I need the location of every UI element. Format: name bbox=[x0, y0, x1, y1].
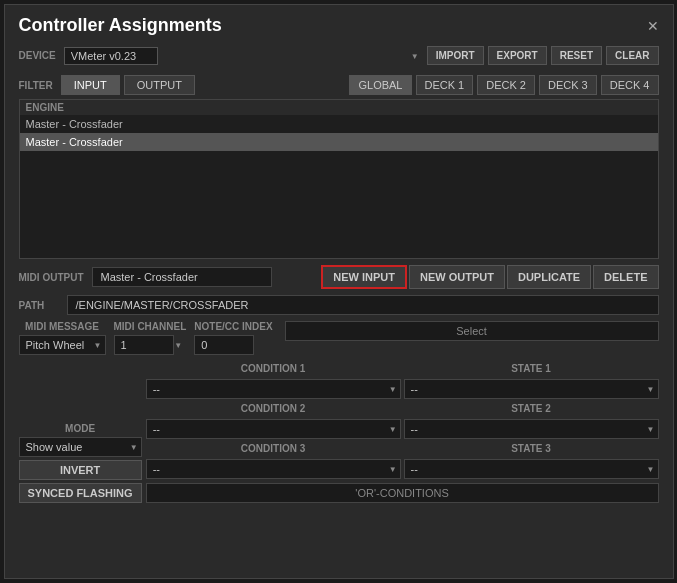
midi-message-select[interactable]: Pitch WheelNote OnNote OffCC bbox=[19, 335, 106, 355]
midi-channel-select[interactable]: 12345678910111213141516 bbox=[114, 335, 174, 355]
state3-select[interactable]: -- bbox=[404, 459, 659, 479]
state2-select[interactable]: -- bbox=[404, 419, 659, 439]
import-button[interactable]: IMPORT bbox=[427, 46, 484, 65]
cond2-select[interactable]: -- bbox=[146, 419, 401, 439]
path-row: PATH /ENGINE/MASTER/CROSSFADER bbox=[5, 293, 673, 317]
midi-message-group: MIDI MESSAGE Pitch WheelNote OnNote OffC… bbox=[19, 321, 106, 355]
device-select-wrapper: VMeter v0.23 bbox=[64, 47, 423, 65]
state3-header: STATE 3 bbox=[404, 441, 659, 456]
cond3-select[interactable]: -- bbox=[146, 459, 401, 479]
note-cc-input[interactable] bbox=[194, 335, 254, 355]
reset-button[interactable]: RESET bbox=[551, 46, 602, 65]
midi-channel-wrapper: 12345678910111213141516 bbox=[114, 335, 187, 355]
midi-params-left: MIDI MESSAGE Pitch WheelNote OnNote OffC… bbox=[19, 321, 273, 355]
cond2-select-wrapper: -- bbox=[146, 419, 401, 439]
left-controls: MODE Show valueToggleHold INVERT SYNCED … bbox=[19, 423, 142, 503]
close-button[interactable]: ✕ bbox=[647, 18, 659, 34]
path-value: /ENGINE/MASTER/CROSSFADER bbox=[67, 295, 659, 315]
filter-bar: FILTER INPUT OUTPUT GLOBAL DECK 1 DECK 2… bbox=[5, 71, 673, 99]
action-buttons: NEW INPUT NEW OUTPUT DUPLICATE DELETE bbox=[321, 265, 658, 289]
path-label: PATH bbox=[19, 300, 59, 311]
invert-button[interactable]: INVERT bbox=[19, 460, 142, 480]
midi-output-section: MIDI OUTPUT NEW INPUT NEW OUTPUT DUPLICA… bbox=[5, 259, 673, 293]
midi-output-label: MIDI OUTPUT bbox=[19, 272, 84, 283]
right-panel: Select bbox=[285, 321, 659, 341]
filter-deck4-button[interactable]: DECK 4 bbox=[601, 75, 659, 95]
state2-header: STATE 2 bbox=[404, 401, 659, 416]
cond3-label: CONDITION 3 bbox=[146, 441, 401, 456]
state1-select[interactable]: -- bbox=[404, 379, 659, 399]
state2-select-wrapper: -- bbox=[404, 419, 659, 439]
list-item-selected[interactable]: Master - Crossfader bbox=[20, 133, 658, 151]
conditions-panel: CONDITION 1 STATE 1 -- -- bbox=[146, 361, 659, 503]
filter-input-button[interactable]: INPUT bbox=[61, 75, 120, 95]
export-button[interactable]: EXPORT bbox=[488, 46, 547, 65]
midi-output-input[interactable] bbox=[92, 267, 272, 287]
conditions-row2: CONDITION 2 STATE 2 -- -- bbox=[146, 401, 659, 439]
condition2-header: CONDITION 2 bbox=[146, 401, 401, 416]
params-row: MIDI MESSAGE Pitch WheelNote OnNote OffC… bbox=[5, 317, 673, 359]
dialog-title: Controller Assignments bbox=[19, 15, 222, 36]
filter-deck1-button[interactable]: DECK 1 bbox=[416, 75, 474, 95]
state1-select-wrapper: -- bbox=[404, 379, 659, 399]
toolbar: DEVICE VMeter v0.23 IMPORT EXPORT RESET … bbox=[5, 42, 673, 71]
title-bar: Controller Assignments ✕ bbox=[5, 5, 673, 42]
cond1-select[interactable]: -- bbox=[146, 379, 401, 399]
filter-global-button[interactable]: GLOBAL bbox=[349, 75, 411, 95]
midi-message-label: MIDI MESSAGE bbox=[19, 321, 106, 332]
list-item[interactable]: Master - Crossfader bbox=[20, 115, 658, 133]
clear-button[interactable]: CLEAR bbox=[606, 46, 658, 65]
state3-select-wrapper: -- bbox=[404, 459, 659, 479]
midi-channel-label: MIDI CHANNEL bbox=[114, 321, 187, 332]
device-label: DEVICE bbox=[19, 50, 56, 61]
select-bar[interactable]: Select bbox=[285, 321, 659, 341]
state3-label: STATE 3 bbox=[404, 441, 659, 456]
or-conditions-bar[interactable]: 'OR'-CONDITIONS bbox=[146, 483, 659, 503]
cond3-select-wrapper: -- bbox=[146, 459, 401, 479]
cond1-label: CONDITION 1 bbox=[146, 361, 401, 376]
cond1-select-wrapper: -- bbox=[146, 379, 401, 399]
filter-label: FILTER bbox=[19, 80, 53, 91]
midi-message-wrapper: Pitch WheelNote OnNote OffCC bbox=[19, 335, 106, 355]
filter-deck3-button[interactable]: DECK 3 bbox=[539, 75, 597, 95]
midi-params-labels: MIDI MESSAGE Pitch WheelNote OnNote OffC… bbox=[19, 321, 273, 355]
bottom-row: MODE Show valueToggleHold INVERT SYNCED … bbox=[5, 359, 673, 507]
delete-button[interactable]: DELETE bbox=[593, 265, 658, 289]
new-output-button[interactable]: NEW OUTPUT bbox=[409, 265, 505, 289]
synced-flashing-button[interactable]: SYNCED FLASHING bbox=[19, 483, 142, 503]
filter-output-button[interactable]: OUTPUT bbox=[124, 75, 195, 95]
device-select[interactable]: VMeter v0.23 bbox=[64, 47, 158, 65]
duplicate-button[interactable]: DUPLICATE bbox=[507, 265, 591, 289]
controller-assignments-dialog: Controller Assignments ✕ DEVICE VMeter v… bbox=[4, 4, 674, 579]
note-cc-group: NOTE/CC INDEX bbox=[194, 321, 272, 355]
new-input-button[interactable]: NEW INPUT bbox=[321, 265, 407, 289]
condition3-header: CONDITION 3 bbox=[146, 441, 401, 456]
assignment-list[interactable]: ENGINE Master - Crossfader Master - Cros… bbox=[19, 99, 659, 259]
mode-select[interactable]: Show valueToggleHold bbox=[19, 437, 142, 457]
condition1-header: CONDITION 1 bbox=[146, 361, 401, 376]
conditions-row3: CONDITION 3 STATE 3 -- -- bbox=[146, 441, 659, 479]
state1-header: STATE 1 bbox=[404, 361, 659, 376]
mode-label: MODE bbox=[19, 423, 142, 434]
cond2-label: CONDITION 2 bbox=[146, 401, 401, 416]
state2-label: STATE 2 bbox=[404, 401, 659, 416]
mode-select-wrapper: Show valueToggleHold bbox=[19, 437, 142, 457]
group-header-engine: ENGINE bbox=[20, 100, 658, 115]
midi-channel-group: MIDI CHANNEL 12345678910111213141516 bbox=[114, 321, 187, 355]
note-cc-label: NOTE/CC INDEX bbox=[194, 321, 272, 332]
state1-label: STATE 1 bbox=[404, 361, 659, 376]
filter-deck2-button[interactable]: DECK 2 bbox=[477, 75, 535, 95]
conditions-row1: CONDITION 1 STATE 1 -- -- bbox=[146, 361, 659, 399]
